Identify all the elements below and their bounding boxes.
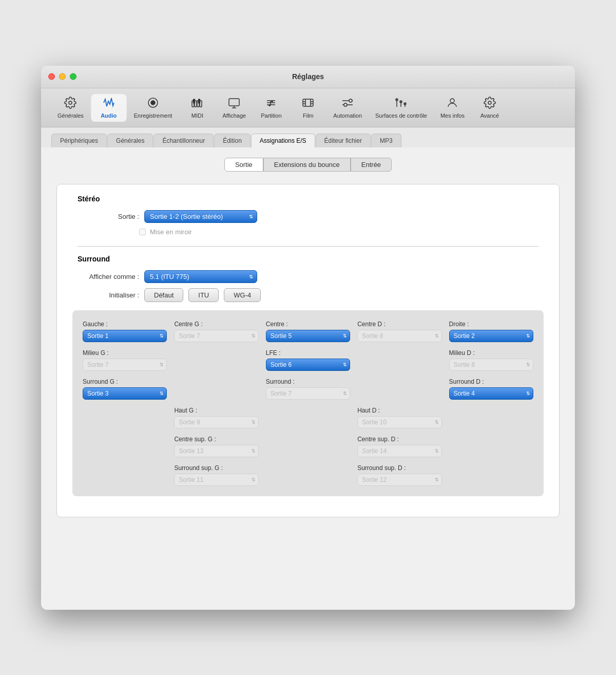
centre-sup-d-select[interactable]: Sortie 14: [357, 445, 441, 457]
surround-sup-d-select[interactable]: Sortie 12: [357, 474, 441, 486]
subtab-sortie[interactable]: Sortie: [224, 158, 263, 172]
centre-d-select[interactable]: Sortie 8: [357, 330, 441, 342]
surround-select[interactable]: Sortie 7: [266, 387, 350, 400]
maximize-button[interactable]: [70, 73, 76, 80]
toolbar-item-automation[interactable]: Automation: [327, 93, 368, 122]
toolbar-item-surfaces[interactable]: Surfaces de contrôle: [369, 93, 433, 122]
haut-g-select-wrapper[interactable]: Sortie 9 ⇅: [174, 416, 258, 428]
milieu-g-select[interactable]: Sortie 7: [83, 359, 167, 371]
subtab-extensions[interactable]: Extensions du bounce: [263, 158, 351, 172]
surround-select-wrapper[interactable]: Sortie 7 ⇅: [266, 387, 350, 400]
centre-select-wrapper[interactable]: Sortie 5 ⇅: [266, 330, 350, 342]
traffic-lights: [48, 73, 76, 80]
stereo-title: Stéréo: [72, 195, 544, 203]
svg-point-17: [271, 100, 274, 102]
haut-d-select-wrapper[interactable]: Sortie 10 ⇅: [357, 416, 441, 428]
centre-select[interactable]: Sortie 5: [266, 330, 350, 342]
toolbar-item-avance[interactable]: Avancé: [472, 93, 508, 122]
lfe-select[interactable]: Sortie 6: [266, 359, 350, 371]
haut-d-select[interactable]: Sortie 10: [357, 416, 441, 428]
stereo-sortie-row: Sortie : Sortie 1-2 (Sortie stéréo) ⇅: [72, 210, 544, 223]
toolbar-item-generales[interactable]: Générales: [51, 93, 90, 122]
milieu-d-select[interactable]: Sortie 8: [449, 359, 533, 371]
itu-button[interactable]: ITU: [188, 288, 219, 302]
surround-sup-g-select-wrapper[interactable]: Sortie 11 ⇅: [174, 474, 258, 486]
tab-generales[interactable]: Générales: [107, 134, 153, 147]
centre-sup-d-select-wrapper[interactable]: Sortie 14 ⇅: [357, 445, 441, 457]
stereo-sortie-select-wrapper[interactable]: Sortie 1-2 (Sortie stéréo) ⇅: [144, 210, 257, 223]
surround-g-label: Surround G :: [83, 378, 167, 385]
subtab-entree[interactable]: Entrée: [351, 158, 392, 172]
haut-g-select[interactable]: Sortie 9: [174, 416, 258, 428]
toolbar-item-midi[interactable]: MIDI: [179, 93, 215, 122]
centre-sup-g-label: Centre sup. G :: [174, 436, 258, 443]
surround-initialiser-row: Initialiser : Défaut ITU WG-4: [72, 288, 544, 302]
surround-sup-d-cell: Surround sup. D : Sortie 12 ⇅: [357, 464, 441, 486]
milieu-g-select-wrapper[interactable]: Sortie 7 ⇅: [83, 359, 167, 371]
surround-afficher-select[interactable]: 5.1 (ITU 775): [144, 270, 257, 283]
stereo-surround-divider: [78, 246, 538, 247]
toolbar-item-film[interactable]: Film: [290, 93, 326, 122]
gauche-select-wrapper[interactable]: Sortie 1 ⇅: [83, 330, 167, 342]
toolbar-item-mesinfos[interactable]: Mes infos: [434, 93, 471, 122]
toolbar-item-partition[interactable]: Partition: [253, 93, 289, 122]
gauche-label: Gauche :: [83, 321, 167, 328]
lfe-cell: LFE : Sortie 6 ⇅: [266, 349, 350, 371]
close-button[interactable]: [48, 73, 55, 80]
stereo-section: Stéréo Sortie : Sortie 1-2 (Sortie stéré…: [72, 195, 544, 236]
toolbar-midi-label: MIDI: [191, 113, 203, 119]
tab-peripheriques[interactable]: Périphériques: [51, 134, 107, 147]
wg4-button[interactable]: WG-4: [224, 288, 261, 302]
tab-edition[interactable]: Édition: [214, 134, 251, 147]
droite-select-wrapper[interactable]: Sortie 2 ⇅: [449, 330, 533, 342]
minimize-button[interactable]: [59, 73, 66, 80]
lfe-select-wrapper[interactable]: Sortie 6 ⇅: [266, 359, 350, 371]
surround-d-cell: Surround D : Sortie 4 ⇅: [449, 378, 533, 400]
toolbar-item-enregistrement[interactable]: Enregistrement: [128, 93, 179, 122]
centre-label: Centre :: [266, 321, 350, 328]
milieu-d-select-wrapper[interactable]: Sortie 8 ⇅: [449, 359, 533, 371]
svg-point-38: [488, 101, 491, 104]
film-icon: [302, 97, 314, 111]
person-icon: [446, 97, 458, 111]
empty-cell-11: [83, 464, 167, 486]
svg-point-25: [344, 103, 347, 106]
svg-point-0: [69, 101, 72, 104]
surround-sup-d-select-wrapper[interactable]: Sortie 12 ⇅: [357, 474, 441, 486]
milieu-g-cell: Milieu G : Sortie 7 ⇅: [83, 349, 167, 371]
centre-sup-g-select-wrapper[interactable]: Sortie 13 ⇅: [174, 445, 258, 457]
surround-g-select-wrapper[interactable]: Sortie 3 ⇅: [83, 387, 167, 400]
empty-cell-5: [83, 407, 167, 428]
gauche-select[interactable]: Sortie 1: [83, 330, 167, 342]
stereo-sortie-select[interactable]: Sortie 1-2 (Sortie stéréo): [144, 210, 257, 223]
droite-select[interactable]: Sortie 2: [449, 330, 533, 342]
droite-label: Droite :: [449, 321, 533, 328]
surround-d-select[interactable]: Sortie 4: [449, 387, 533, 400]
tab-assignations[interactable]: Assignations E/S: [251, 134, 315, 147]
window-title: Réglages: [292, 72, 324, 81]
centre-sup-g-select[interactable]: Sortie 13: [174, 445, 258, 457]
centre-sup-d-label: Centre sup. D :: [357, 436, 441, 443]
surround-sup-g-select[interactable]: Sortie 11: [174, 474, 258, 486]
surround-afficher-row: Afficher comme : 5.1 (ITU 775) ⇅: [72, 270, 544, 283]
centre-d-select-wrapper[interactable]: Sortie 8 ⇅: [357, 330, 441, 342]
tab-echantillonneur[interactable]: Échantillonneur: [153, 134, 214, 147]
haut-g-label: Haut G :: [174, 407, 258, 414]
centre-g-select-wrapper[interactable]: Sortie 7 ⇅: [174, 330, 258, 342]
surround-init-buttons: Défaut ITU WG-4: [144, 288, 261, 302]
toolbar-item-affichage[interactable]: Affichage: [216, 93, 252, 122]
tab-mp3[interactable]: MP3: [371, 134, 401, 147]
defaut-button[interactable]: Défaut: [144, 288, 183, 302]
surround-label: Surround :: [266, 378, 350, 385]
surround-g-select[interactable]: Sortie 3: [83, 387, 167, 400]
toolbar-partition-label: Partition: [261, 113, 281, 119]
centre-g-select[interactable]: Sortie 7: [174, 330, 258, 342]
surround-afficher-select-wrapper[interactable]: 5.1 (ITU 775) ⇅: [144, 270, 257, 283]
surround-d-select-wrapper[interactable]: Sortie 4 ⇅: [449, 387, 533, 400]
mirror-checkbox[interactable]: [139, 229, 146, 235]
tab-editeur[interactable]: Éditeur fichier: [316, 134, 371, 147]
toolbar-item-audio[interactable]: Audio: [91, 93, 127, 122]
empty-cell-13: [449, 464, 533, 486]
empty-cell-6: [266, 407, 350, 428]
main-content: Sortie Extensions du bounce Entrée Stéré…: [41, 147, 575, 610]
